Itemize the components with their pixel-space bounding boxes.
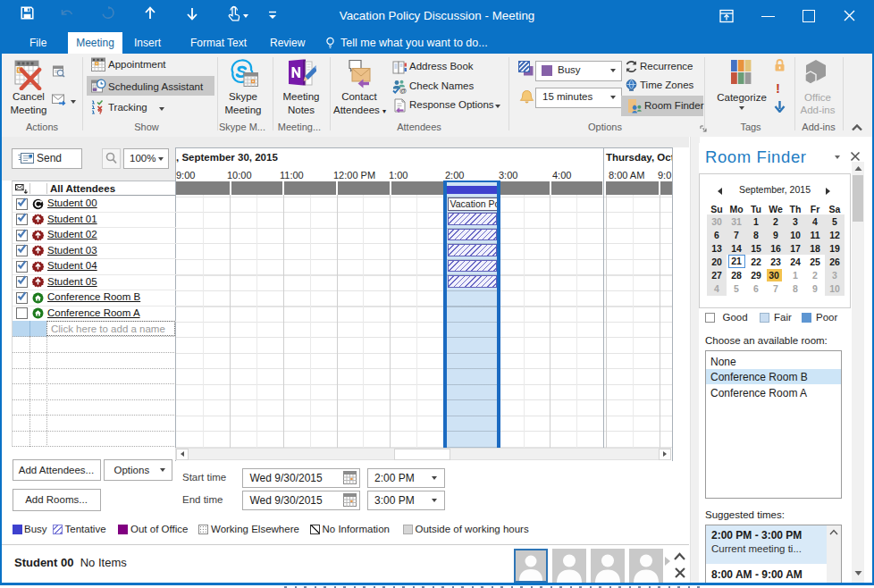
svg-text:@: @ — [399, 87, 407, 95]
